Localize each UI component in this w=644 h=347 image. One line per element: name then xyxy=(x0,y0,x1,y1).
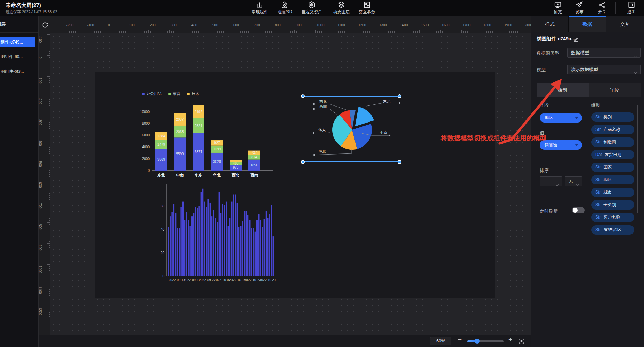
sort-order-value: 无 xyxy=(569,179,573,184)
tab-data[interactable]: 数据 xyxy=(569,16,606,32)
date-bar-chart-component[interactable]: 02040602022-09-132022-09-212022-09-29202… xyxy=(152,183,278,284)
zoom-out-button[interactable]: − xyxy=(458,336,462,344)
layers-icon xyxy=(329,1,354,9)
legend-dot-office xyxy=(142,93,145,95)
tab-style[interactable]: 样式 xyxy=(531,16,569,32)
subtab-fields[interactable]: 字段 xyxy=(589,83,641,97)
toolbar-normal-components[interactable]: 常规组件 xyxy=(247,1,272,16)
sort-order-select[interactable]: 无 xyxy=(565,176,582,186)
svg-text:华北: 华北 xyxy=(318,149,326,153)
svg-text:1199: 1199 xyxy=(213,147,221,151)
svg-text:2521: 2521 xyxy=(195,124,203,128)
svg-text:2022-10-31: 2022-10-31 xyxy=(260,278,276,282)
toolbar-interaction-params[interactable]: 交互参数 xyxy=(354,1,380,16)
stacked-bar-chart-component[interactable]: 办公用品 家具 技术 02000400060008000100003669147… xyxy=(130,89,276,182)
annotation-text: 将数据模型切换成组件要使用的模型 xyxy=(441,134,555,143)
legend-label-office: 办公用品 xyxy=(146,91,162,96)
hexagon-asset-icon xyxy=(299,1,324,9)
layer-item-chart2[interactable]: 图组件-60... xyxy=(0,52,38,62)
exit-icon xyxy=(619,1,644,9)
pie-chart-component-selected[interactable]: 东北中南华北华东西南西北 xyxy=(303,96,399,162)
app-window: 未命名大屏(27) 最近保存 2022-11-07 15:58:02 常规组件 … xyxy=(0,0,644,347)
last-saved-text: 最近保存 2022-11-07 15:58:02 xyxy=(6,9,57,15)
zoom-bar: 60% − + xyxy=(39,335,531,347)
field-pill-province[interactable]: Str省/自治区 xyxy=(591,225,634,235)
fit-to-screen-icon[interactable] xyxy=(518,338,525,346)
svg-text:40: 40 xyxy=(161,228,165,231)
svg-text:5599: 5599 xyxy=(176,152,184,156)
zoom-slider-knob[interactable] xyxy=(475,339,480,344)
toolbar-geo-3d[interactable]: 地理/3D xyxy=(272,1,297,16)
field-pill-ship-date[interactable]: Dat发货日期 xyxy=(591,150,634,159)
section-divider xyxy=(537,158,582,158)
selection-handle-bottom-right[interactable] xyxy=(398,160,401,164)
pie-chart: 东北中南华北华东西南西北 xyxy=(303,97,400,162)
svg-text:60: 60 xyxy=(161,204,165,208)
datasource-type-select[interactable]: 数据模型 xyxy=(567,48,641,58)
svg-text:1479: 1479 xyxy=(157,143,165,147)
field-pill-manufacturer[interactable]: Str制造商 xyxy=(591,137,634,147)
field-pill-product-name[interactable]: Str产品名称 xyxy=(591,125,634,134)
publish-button[interactable]: 发布 xyxy=(567,1,592,16)
sort-label: 排序 xyxy=(540,167,549,174)
stacked-chart-legend: 办公用品 家具 技术 xyxy=(142,91,199,96)
subtab-draw[interactable]: 绘制 xyxy=(537,83,589,97)
svg-text:2022-09-21: 2022-09-21 xyxy=(184,278,201,282)
chevron-down-icon xyxy=(555,180,559,189)
svg-text:6371: 6371 xyxy=(195,150,203,154)
ruler-vertical: -100010020030040050060070080090010001100… xyxy=(39,33,50,347)
svg-text:927: 927 xyxy=(214,141,220,145)
selection-handle-top-right[interactable] xyxy=(398,94,401,98)
sort-field-select[interactable] xyxy=(540,176,562,186)
layer-item-pie[interactable]: 组件-c749... xyxy=(0,37,35,47)
exit-button[interactable]: 退出 xyxy=(619,1,644,16)
svg-text:西南: 西南 xyxy=(250,173,258,177)
inspector-panel: 样式 数据 交互 饼图组件-c749a... 数据源类型 数据模型 模型 演示数… xyxy=(531,16,644,347)
zoom-in-button[interactable]: + xyxy=(508,336,512,344)
zoom-slider[interactable] xyxy=(467,340,504,342)
datasource-type-value: 数据模型 xyxy=(571,50,589,55)
svg-text:2087: 2087 xyxy=(176,118,184,121)
field-pill-category[interactable]: Str类别 xyxy=(591,112,634,122)
svg-text:468: 468 xyxy=(233,161,239,165)
toggle-knob xyxy=(573,208,578,213)
share-button[interactable]: 分享 xyxy=(589,1,614,16)
layer-item-chart3[interactable]: 图组件-bf3... xyxy=(0,66,38,77)
chevron-down-icon xyxy=(634,52,637,61)
auto-refresh-toggle[interactable] xyxy=(572,207,585,213)
field-section-label: 字段 xyxy=(540,102,549,108)
svg-text:2035: 2035 xyxy=(176,130,184,134)
field-pill-customer-name[interactable]: Str客户名称 xyxy=(591,213,634,222)
paper-plane-icon xyxy=(567,1,592,9)
toolbar-dynamic-layers[interactable]: 动态图层 xyxy=(329,1,354,16)
svg-text:西北: 西北 xyxy=(231,173,239,177)
legend-dot-furniture xyxy=(168,93,171,95)
svg-text:3020: 3020 xyxy=(213,160,221,164)
svg-text:814: 814 xyxy=(251,155,257,159)
layer-panel: 图层 组件-c749... 图组件-60... 图组件-bf3... xyxy=(0,16,39,347)
model-select[interactable]: 演示数据模型 xyxy=(567,65,641,74)
field-pill-subcategory[interactable]: Str子类别 xyxy=(591,200,634,210)
reset-view-icon[interactable] xyxy=(41,21,49,29)
layer-panel-title: 图层 xyxy=(0,16,38,33)
toolbar-custom-assets[interactable]: 自定义资产 xyxy=(299,1,324,16)
svg-text:10000: 10000 xyxy=(140,110,150,114)
field-select-pill[interactable]: 地区 xyxy=(540,113,582,123)
field-pill-region[interactable]: Str地区 xyxy=(591,175,634,184)
field-list-scrollbar[interactable] xyxy=(637,105,638,213)
chevron-down-icon xyxy=(634,69,637,78)
selection-handle-top-left[interactable] xyxy=(301,94,305,98)
field-pill-country[interactable]: Str国家 xyxy=(591,163,634,172)
field-select-value: 地区 xyxy=(545,115,553,120)
edit-name-icon[interactable] xyxy=(573,37,579,44)
caret-down-icon xyxy=(575,117,578,119)
zoom-level-input[interactable]: 60% xyxy=(430,337,451,345)
selection-handle-bottom-left[interactable] xyxy=(301,160,305,164)
canvas-area[interactable]: -200-10001002003004005006007008009001000… xyxy=(39,16,531,347)
svg-text:1384: 1384 xyxy=(157,134,165,138)
field-pill-city[interactable]: Str城市 xyxy=(591,188,634,197)
svg-text:西南: 西南 xyxy=(319,104,327,109)
tab-interaction[interactable]: 交互 xyxy=(606,16,644,32)
svg-text:8000: 8000 xyxy=(142,121,150,125)
auto-refresh-label: 定时刷新 xyxy=(540,208,558,214)
